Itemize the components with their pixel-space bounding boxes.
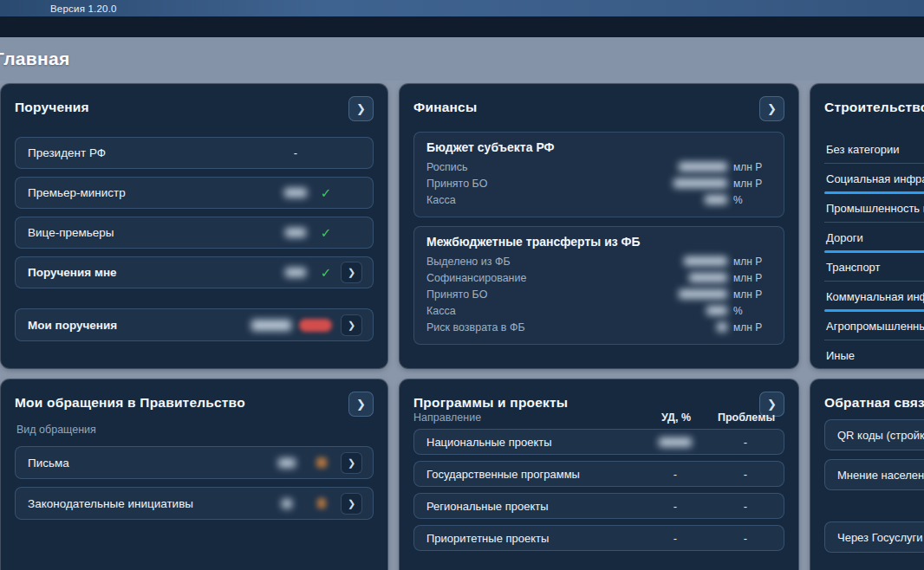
item-label: Дороги bbox=[826, 231, 863, 244]
card-feedback: Обратная связь QR коды (стройка) Мнение … bbox=[810, 379, 924, 570]
chevron-right-icon[interactable]: ❯ bbox=[341, 452, 362, 474]
feedback-button-gosuslugi[interactable]: Через Госуслуги bbox=[824, 521, 924, 553]
construction-item[interactable]: Без категории bbox=[824, 134, 924, 164]
metric-unit: млн Р bbox=[733, 321, 771, 334]
finance-transfers-block[interactable]: Межбюджетные трансферты из ФБ Выделено и… bbox=[413, 226, 784, 345]
masked-value bbox=[284, 188, 307, 198]
programs-table-header: Направление УД, % Проблемы bbox=[413, 411, 784, 424]
chevron-right-icon: ❯ bbox=[356, 102, 366, 115]
appeals-row-initiatives[interactable]: Законодательные инициативы ❯ bbox=[15, 487, 374, 520]
tasks-row-vice-premiers[interactable]: Вице-премьеры ✓ bbox=[15, 217, 374, 249]
metric-unit: % bbox=[733, 305, 771, 317]
metric-unit: млн Р bbox=[733, 272, 771, 284]
row-label: Национальные проекты bbox=[426, 436, 643, 449]
block-title: Межбюджетные трансферты из ФБ bbox=[426, 235, 771, 249]
button-label: QR коды (стройка) bbox=[837, 429, 924, 442]
card-construction-title: Строительство bbox=[824, 96, 924, 115]
feedback-button-qr[interactable]: QR коды (стройка) bbox=[824, 419, 924, 450]
metric-label: Риск возврата в ФБ bbox=[426, 321, 667, 334]
masked-value bbox=[285, 228, 306, 237]
construction-item[interactable]: Дороги bbox=[824, 223, 924, 252]
card-finance-more-button[interactable]: ❯ bbox=[759, 96, 784, 121]
card-tasks-title: Поручения bbox=[15, 96, 89, 115]
metric-unit: млн Р bbox=[733, 288, 771, 301]
row-problems-value: - bbox=[707, 436, 784, 449]
row-ud-value: - bbox=[643, 532, 707, 545]
column-header-ud: УД, % bbox=[644, 411, 708, 424]
masked-value bbox=[706, 306, 727, 315]
item-label: Промышленность и энергетика bbox=[826, 202, 924, 215]
masked-value bbox=[679, 162, 727, 172]
check-icon: ✓ bbox=[321, 185, 332, 201]
item-label: Без категории bbox=[826, 143, 899, 156]
metric-unit: % bbox=[733, 194, 771, 206]
chevron-right-icon[interactable]: ❯ bbox=[341, 262, 362, 283]
button-label: Мнение населения bbox=[837, 469, 924, 482]
masked-value bbox=[679, 289, 727, 299]
app-version-label: Версия 1.20.0 bbox=[50, 3, 117, 14]
finance-budget-block[interactable]: Бюджет субъекта РФ Роспись млн Р Принято… bbox=[413, 132, 784, 217]
tasks-row-my-tasks[interactable]: Мои поручения ❯ bbox=[15, 308, 374, 341]
construction-item[interactable]: Транспорт bbox=[824, 252, 924, 282]
appeals-row-letters[interactable]: Письма ❯ bbox=[15, 446, 374, 479]
tasks-row-premier[interactable]: Премьер-министр ✓ bbox=[15, 177, 374, 209]
item-label: Социальная инфраструктура bbox=[826, 172, 924, 185]
programs-row-regional[interactable]: Региональные проекты - - bbox=[413, 493, 784, 519]
masked-value bbox=[684, 256, 727, 266]
row-problems-value: - bbox=[707, 532, 784, 545]
construction-item[interactable]: Социальная инфраструктура bbox=[824, 164, 924, 193]
programs-row-state[interactable]: Государственные программы - - bbox=[413, 461, 784, 487]
metric-unit: млн Р bbox=[733, 178, 771, 190]
programs-row-national[interactable]: Национальные проекты - bbox=[413, 429, 784, 455]
appeals-type-label: Вид обращения bbox=[16, 424, 374, 436]
masked-value bbox=[282, 499, 292, 508]
row-problems-value: - bbox=[707, 500, 784, 513]
column-header-direction: Направление bbox=[413, 411, 644, 424]
masked-value bbox=[689, 273, 727, 282]
chevron-right-icon[interactable]: ❯ bbox=[341, 314, 362, 336]
item-label: Транспорт bbox=[826, 261, 881, 274]
header-divider-band bbox=[0, 16, 924, 37]
construction-item[interactable]: Коммунальная инфраструктура bbox=[824, 282, 924, 311]
row-label: Приоритетные проекты bbox=[426, 532, 643, 545]
button-label: Через Госуслуги bbox=[837, 531, 922, 544]
row-label: Законодательные инициативы bbox=[28, 497, 193, 510]
top-version-bar: Версия 1.20.0 bbox=[0, 0, 924, 16]
masked-value bbox=[278, 458, 296, 468]
masked-problem-count bbox=[316, 457, 327, 468]
metric-label: Касса bbox=[426, 194, 667, 206]
card-finance: Финансы ❯ Бюджет субъекта РФ Роспись млн… bbox=[400, 84, 798, 368]
construction-item[interactable]: Агропромышленный комплекс bbox=[824, 311, 924, 340]
row-label: Письма bbox=[28, 457, 69, 470]
masked-value bbox=[251, 320, 291, 331]
masked-problem-count bbox=[317, 498, 326, 508]
status-badge bbox=[299, 319, 332, 332]
tasks-row-assigned-to-me[interactable]: Поручения мне ✓ ❯ bbox=[15, 256, 374, 288]
card-tasks-more-button[interactable]: ❯ bbox=[348, 96, 374, 121]
block-title: Бюджет субъекта РФ bbox=[426, 140, 771, 154]
card-programs-title: Программы и проекты bbox=[413, 392, 568, 411]
metric-label: Выделено из ФБ bbox=[426, 256, 667, 268]
metric-label: Софинансирование bbox=[426, 272, 667, 284]
row-ud-value: - bbox=[643, 500, 707, 513]
tasks-row-president[interactable]: Президент РФ - bbox=[15, 137, 374, 169]
programs-row-priority[interactable]: Приоритетные проекты - - bbox=[413, 525, 784, 551]
card-appeals-title: Мои обращения в Правительство bbox=[15, 392, 245, 411]
feedback-button-opinion[interactable]: Мнение населения bbox=[824, 459, 924, 490]
row-ud-value: - bbox=[643, 468, 707, 481]
masked-value bbox=[717, 322, 727, 332]
construction-item[interactable]: Иные bbox=[824, 340, 924, 368]
progress-bar bbox=[824, 368, 924, 369]
card-finance-title: Финансы bbox=[413, 96, 477, 115]
row-label: Государственные программы bbox=[426, 468, 643, 481]
metric-label: Роспись bbox=[426, 161, 667, 173]
metric-label: Принято БО bbox=[426, 178, 667, 190]
chevron-right-icon[interactable]: ❯ bbox=[341, 493, 362, 515]
masked-value bbox=[673, 178, 727, 188]
construction-item[interactable]: Промышленность и энергетика bbox=[824, 193, 924, 223]
chevron-right-icon: ❯ bbox=[767, 398, 777, 411]
card-appeals-more-button[interactable]: ❯ bbox=[348, 392, 374, 417]
masked-value bbox=[659, 437, 692, 447]
page-title: Главная bbox=[0, 49, 70, 69]
chevron-right-icon: ❯ bbox=[356, 398, 366, 411]
